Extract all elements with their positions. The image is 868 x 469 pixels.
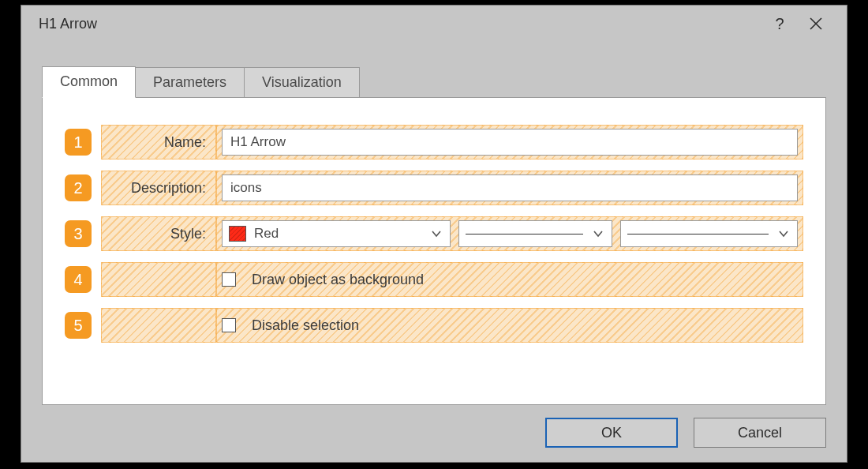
line-style-preview-icon <box>466 234 583 234</box>
draw-background-cell: Draw object as background <box>216 262 803 297</box>
close-icon <box>809 17 823 31</box>
chevron-down-icon <box>431 226 442 242</box>
disable-selection-cell: Disable selection <box>216 308 803 343</box>
tab-bar: Common Parameters Visualization <box>42 66 826 97</box>
color-dropdown[interactable]: Red <box>222 220 451 247</box>
annotation-badge-3: 3 <box>65 220 92 247</box>
draw-background-label: Draw object as background <box>252 272 424 288</box>
row-style: 3 Style: Red <box>65 216 803 251</box>
description-label: Description: <box>101 171 216 205</box>
tab-visualization[interactable]: Visualization <box>244 67 360 98</box>
close-button[interactable] <box>798 6 834 42</box>
row-draw-background: 4 Draw object as background <box>65 262 803 297</box>
name-input-value: H1 Arrow <box>230 134 286 150</box>
row-disable-selection: 5 Disable selection <box>65 308 803 343</box>
tab-parameters[interactable]: Parameters <box>135 67 245 98</box>
tab-label: Parameters <box>153 74 226 90</box>
cancel-button-label: Cancel <box>738 425 782 441</box>
help-button[interactable]: ? <box>761 6 798 42</box>
style-field-cell: Red <box>216 216 803 251</box>
empty-label-cell <box>101 262 216 297</box>
help-icon: ? <box>775 15 784 33</box>
chevron-down-icon <box>593 226 604 242</box>
line-style-dropdown[interactable] <box>458 220 612 247</box>
color-swatch-icon <box>229 226 246 242</box>
chevron-down-icon <box>778 226 789 242</box>
ok-button-label: OK <box>601 425 622 441</box>
style-label: Style: <box>101 216 216 251</box>
disable-selection-checkbox[interactable] <box>222 318 236 332</box>
name-input[interactable]: H1 Arrow <box>222 129 798 156</box>
titlebar: H1 Arrow ? <box>21 6 847 42</box>
annotation-badge-4: 4 <box>65 266 92 293</box>
annotation-badge-2: 2 <box>65 174 92 201</box>
description-input-value: icons <box>230 180 262 196</box>
annotation-badge-1: 1 <box>65 129 92 156</box>
dialog-footer: OK Cancel <box>21 415 847 462</box>
name-field-cell: H1 Arrow <box>216 125 803 159</box>
dialog-window: H1 Arrow ? Common Parameters Visualizati… <box>21 5 847 463</box>
tab-common[interactable]: Common <box>42 66 136 98</box>
row-name: 1 Name: H1 Arrow <box>65 125 803 159</box>
name-label: Name: <box>101 125 216 159</box>
description-input[interactable]: icons <box>222 174 798 201</box>
window-title: H1 Arrow <box>39 16 761 32</box>
empty-label-cell <box>101 308 216 343</box>
disable-selection-label: Disable selection <box>252 317 359 334</box>
tab-panel-common: 1 Name: H1 Arrow 2 Description: icons 3 … <box>42 97 826 405</box>
line-width-preview-icon <box>627 234 769 234</box>
cancel-button[interactable]: Cancel <box>694 418 826 448</box>
annotation-badge-5: 5 <box>65 312 92 339</box>
tab-label: Visualization <box>262 74 342 90</box>
tab-label: Common <box>60 73 118 89</box>
line-width-dropdown[interactable] <box>620 220 798 247</box>
description-field-cell: icons <box>216 171 803 205</box>
row-description: 2 Description: icons <box>65 171 803 205</box>
ok-button[interactable]: OK <box>545 418 678 448</box>
color-dropdown-value: Red <box>254 226 279 242</box>
draw-background-checkbox[interactable] <box>222 272 236 287</box>
